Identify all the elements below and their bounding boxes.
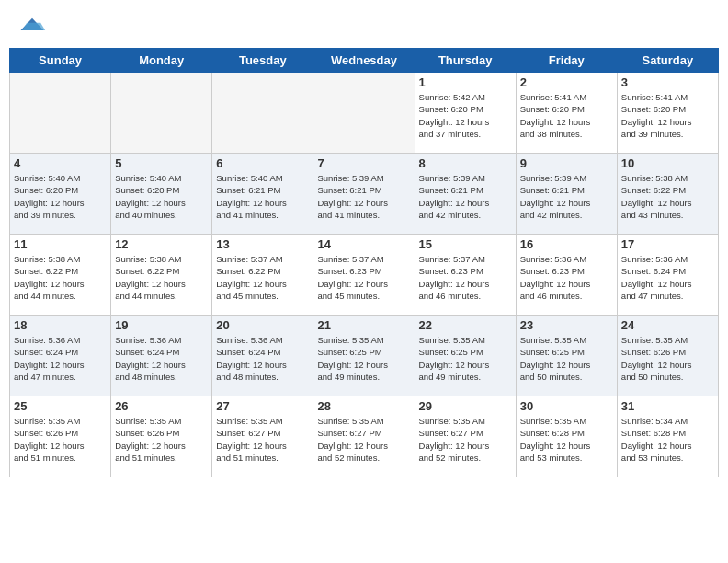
calendar-day-cell: 31Sunrise: 5:34 AM Sunset: 6:28 PM Dayli… xyxy=(617,396,718,477)
calendar-day-cell: 29Sunrise: 5:35 AM Sunset: 6:27 PM Dayli… xyxy=(415,396,516,477)
day-number: 8 xyxy=(419,156,512,170)
calendar-day-cell: 9Sunrise: 5:39 AM Sunset: 6:21 PM Daylig… xyxy=(516,154,617,235)
calendar-day-cell: 22Sunrise: 5:35 AM Sunset: 6:25 PM Dayli… xyxy=(415,316,516,396)
calendar-empty-cell xyxy=(111,73,212,154)
day-info: Sunrise: 5:39 AM Sunset: 6:21 PM Dayligh… xyxy=(520,172,613,221)
calendar-empty-cell xyxy=(313,73,415,154)
calendar-empty-cell xyxy=(212,73,313,154)
day-number: 28 xyxy=(317,399,410,413)
day-info: Sunrise: 5:36 AM Sunset: 6:24 PM Dayligh… xyxy=(115,334,208,383)
day-info: Sunrise: 5:38 AM Sunset: 6:22 PM Dayligh… xyxy=(115,253,208,302)
day-number: 7 xyxy=(317,156,410,170)
day-info: Sunrise: 5:35 AM Sunset: 6:28 PM Dayligh… xyxy=(520,415,613,464)
day-number: 16 xyxy=(520,237,613,251)
calendar-day-cell: 2Sunrise: 5:41 AM Sunset: 6:20 PM Daylig… xyxy=(516,73,617,154)
calendar-day-cell: 7Sunrise: 5:39 AM Sunset: 6:21 PM Daylig… xyxy=(313,154,415,235)
day-info: Sunrise: 5:40 AM Sunset: 6:20 PM Dayligh… xyxy=(115,172,208,221)
day-info: Sunrise: 5:35 AM Sunset: 6:25 PM Dayligh… xyxy=(520,334,613,383)
weekday-header-row: SundayMondayTuesdayWednesdayThursdayFrid… xyxy=(10,49,719,73)
day-number: 23 xyxy=(520,318,613,332)
day-info: Sunrise: 5:39 AM Sunset: 6:21 PM Dayligh… xyxy=(419,172,512,221)
day-info: Sunrise: 5:36 AM Sunset: 6:24 PM Dayligh… xyxy=(14,334,107,383)
calendar-day-cell: 5Sunrise: 5:40 AM Sunset: 6:20 PM Daylig… xyxy=(111,154,212,235)
day-number: 5 xyxy=(115,156,208,170)
calendar-day-cell: 3Sunrise: 5:41 AM Sunset: 6:20 PM Daylig… xyxy=(617,73,718,154)
day-number: 6 xyxy=(216,156,309,170)
day-number: 1 xyxy=(419,75,512,89)
calendar-day-cell: 24Sunrise: 5:35 AM Sunset: 6:26 PM Dayli… xyxy=(617,316,718,396)
calendar-day-cell: 17Sunrise: 5:36 AM Sunset: 6:24 PM Dayli… xyxy=(617,235,718,316)
calendar-week-row: 11Sunrise: 5:38 AM Sunset: 6:22 PM Dayli… xyxy=(10,235,719,316)
day-number: 24 xyxy=(621,318,714,332)
day-number: 22 xyxy=(419,318,512,332)
day-info: Sunrise: 5:34 AM Sunset: 6:28 PM Dayligh… xyxy=(621,415,714,464)
page-header xyxy=(0,0,728,48)
calendar-day-cell: 11Sunrise: 5:38 AM Sunset: 6:22 PM Dayli… xyxy=(10,235,111,316)
day-number: 19 xyxy=(115,318,208,332)
day-info: Sunrise: 5:36 AM Sunset: 6:24 PM Dayligh… xyxy=(621,253,714,302)
calendar-day-cell: 14Sunrise: 5:37 AM Sunset: 6:23 PM Dayli… xyxy=(313,235,415,316)
day-number: 20 xyxy=(216,318,309,332)
calendar-table: SundayMondayTuesdayWednesdayThursdayFrid… xyxy=(9,48,719,477)
calendar-day-cell: 12Sunrise: 5:38 AM Sunset: 6:22 PM Dayli… xyxy=(111,235,212,316)
day-info: Sunrise: 5:35 AM Sunset: 6:25 PM Dayligh… xyxy=(419,334,512,383)
weekday-header-sunday: Sunday xyxy=(10,49,111,73)
day-number: 17 xyxy=(621,237,714,251)
calendar-week-row: 1Sunrise: 5:42 AM Sunset: 6:20 PM Daylig… xyxy=(10,73,719,154)
weekday-header-saturday: Saturday xyxy=(617,49,718,73)
day-number: 21 xyxy=(317,318,410,332)
day-info: Sunrise: 5:40 AM Sunset: 6:21 PM Dayligh… xyxy=(216,172,309,221)
calendar-wrapper: SundayMondayTuesdayWednesdayThursdayFrid… xyxy=(0,48,728,487)
calendar-day-cell: 13Sunrise: 5:37 AM Sunset: 6:22 PM Dayli… xyxy=(212,235,313,316)
day-info: Sunrise: 5:37 AM Sunset: 6:22 PM Dayligh… xyxy=(216,253,309,302)
day-number: 18 xyxy=(14,318,107,332)
calendar-week-row: 4Sunrise: 5:40 AM Sunset: 6:20 PM Daylig… xyxy=(10,154,719,235)
calendar-day-cell: 1Sunrise: 5:42 AM Sunset: 6:20 PM Daylig… xyxy=(415,73,516,154)
day-number: 13 xyxy=(216,237,309,251)
calendar-empty-cell xyxy=(10,73,111,154)
calendar-day-cell: 16Sunrise: 5:36 AM Sunset: 6:23 PM Dayli… xyxy=(516,235,617,316)
day-number: 30 xyxy=(520,399,613,413)
calendar-day-cell: 19Sunrise: 5:36 AM Sunset: 6:24 PM Dayli… xyxy=(111,316,212,396)
logo-icon xyxy=(18,17,46,35)
weekday-header-friday: Friday xyxy=(516,49,617,73)
calendar-day-cell: 23Sunrise: 5:35 AM Sunset: 6:25 PM Dayli… xyxy=(516,316,617,396)
day-number: 3 xyxy=(621,75,714,89)
day-info: Sunrise: 5:41 AM Sunset: 6:20 PM Dayligh… xyxy=(621,91,714,140)
day-number: 14 xyxy=(317,237,410,251)
day-number: 25 xyxy=(14,399,107,413)
day-info: Sunrise: 5:42 AM Sunset: 6:20 PM Dayligh… xyxy=(419,91,512,140)
calendar-day-cell: 6Sunrise: 5:40 AM Sunset: 6:21 PM Daylig… xyxy=(212,154,313,235)
day-number: 11 xyxy=(14,237,107,251)
day-info: Sunrise: 5:38 AM Sunset: 6:22 PM Dayligh… xyxy=(14,253,107,302)
day-info: Sunrise: 5:37 AM Sunset: 6:23 PM Dayligh… xyxy=(419,253,512,302)
weekday-header-wednesday: Wednesday xyxy=(313,49,415,73)
day-info: Sunrise: 5:37 AM Sunset: 6:23 PM Dayligh… xyxy=(317,253,410,302)
svg-marker-1 xyxy=(22,23,45,30)
day-number: 4 xyxy=(14,156,107,170)
day-info: Sunrise: 5:35 AM Sunset: 6:26 PM Dayligh… xyxy=(115,415,208,464)
day-number: 29 xyxy=(419,399,512,413)
day-info: Sunrise: 5:36 AM Sunset: 6:24 PM Dayligh… xyxy=(216,334,309,383)
day-info: Sunrise: 5:41 AM Sunset: 6:20 PM Dayligh… xyxy=(520,91,613,140)
calendar-day-cell: 26Sunrise: 5:35 AM Sunset: 6:26 PM Dayli… xyxy=(111,396,212,477)
calendar-day-cell: 4Sunrise: 5:40 AM Sunset: 6:20 PM Daylig… xyxy=(10,154,111,235)
day-info: Sunrise: 5:35 AM Sunset: 6:27 PM Dayligh… xyxy=(317,415,410,464)
calendar-day-cell: 8Sunrise: 5:39 AM Sunset: 6:21 PM Daylig… xyxy=(415,154,516,235)
calendar-week-row: 25Sunrise: 5:35 AM Sunset: 6:26 PM Dayli… xyxy=(10,396,719,477)
weekday-header-monday: Monday xyxy=(111,49,212,73)
day-info: Sunrise: 5:35 AM Sunset: 6:25 PM Dayligh… xyxy=(317,334,410,383)
calendar-day-cell: 27Sunrise: 5:35 AM Sunset: 6:27 PM Dayli… xyxy=(212,396,313,477)
calendar-day-cell: 20Sunrise: 5:36 AM Sunset: 6:24 PM Dayli… xyxy=(212,316,313,396)
calendar-day-cell: 30Sunrise: 5:35 AM Sunset: 6:28 PM Dayli… xyxy=(516,396,617,477)
calendar-day-cell: 18Sunrise: 5:36 AM Sunset: 6:24 PM Dayli… xyxy=(10,316,111,396)
day-number: 9 xyxy=(520,156,613,170)
weekday-header-tuesday: Tuesday xyxy=(212,49,313,73)
day-number: 2 xyxy=(520,75,613,89)
day-info: Sunrise: 5:35 AM Sunset: 6:26 PM Dayligh… xyxy=(14,415,107,464)
calendar-day-cell: 15Sunrise: 5:37 AM Sunset: 6:23 PM Dayli… xyxy=(415,235,516,316)
day-number: 12 xyxy=(115,237,208,251)
calendar-day-cell: 21Sunrise: 5:35 AM Sunset: 6:25 PM Dayli… xyxy=(313,316,415,396)
day-number: 26 xyxy=(115,399,208,413)
weekday-header-thursday: Thursday xyxy=(415,49,516,73)
